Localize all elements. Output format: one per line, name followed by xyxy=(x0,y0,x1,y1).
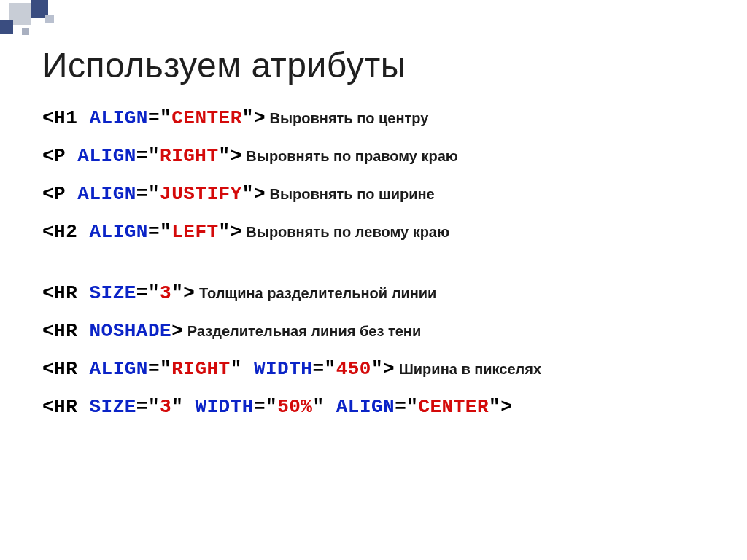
code-line: <H1 ALIGN="CENTER"> Выровнять по центру xyxy=(42,107,713,129)
slide-title: Используем атрибуты xyxy=(42,45,713,85)
code-snippet: <P ALIGN="RIGHT"> xyxy=(42,145,242,167)
code-description: Ширина в пикселях xyxy=(395,361,541,377)
slide-content: Используем атрибуты <H1 ALIGN="CENTER"> … xyxy=(42,45,713,434)
code-line: <H2 ALIGN="LEFT"> Выровнять по левому кр… xyxy=(42,221,713,243)
code-snippet: <P ALIGN="JUSTIFY"> xyxy=(42,183,266,205)
code-line: <P ALIGN="JUSTIFY"> Выровнять по ширине xyxy=(42,183,713,205)
code-description: Выровнять по правому краю xyxy=(242,148,458,164)
code-snippet: <H2 ALIGN="LEFT"> xyxy=(42,221,242,243)
code-snippet: <HR SIZE="3"> xyxy=(42,282,195,304)
code-description: Толщина разделительной линии xyxy=(195,285,436,301)
code-snippet: <HR ALIGN="RIGHT" WIDTH="450"> xyxy=(42,358,395,380)
code-line: <HR SIZE="3" WIDTH="50%" ALIGN="CENTER"> xyxy=(42,396,713,418)
code-description: Выровнять по ширине xyxy=(266,186,435,202)
code-description: Выровнять по центру xyxy=(266,110,428,126)
code-description: Выровнять по левому краю xyxy=(242,224,449,240)
code-snippet: <HR SIZE="3" WIDTH="50%" ALIGN="CENTER"> xyxy=(42,396,512,418)
slide-decoration xyxy=(0,0,146,44)
code-line: <HR SIZE="3"> Толщина разделительной лин… xyxy=(42,282,713,304)
code-line: <P ALIGN="RIGHT"> Выровнять по правому к… xyxy=(42,145,713,167)
code-line: <HR NOSHADE> Разделительная линия без те… xyxy=(42,320,713,342)
code-snippet: <HR NOSHADE> xyxy=(42,320,183,342)
code-lines: <H1 ALIGN="CENTER"> Выровнять по центру<… xyxy=(42,107,713,418)
code-snippet: <H1 ALIGN="CENTER"> xyxy=(42,107,266,129)
code-description: Разделительная линия без тени xyxy=(183,323,421,339)
code-line: <HR ALIGN="RIGHT" WIDTH="450"> Ширина в … xyxy=(42,358,713,380)
